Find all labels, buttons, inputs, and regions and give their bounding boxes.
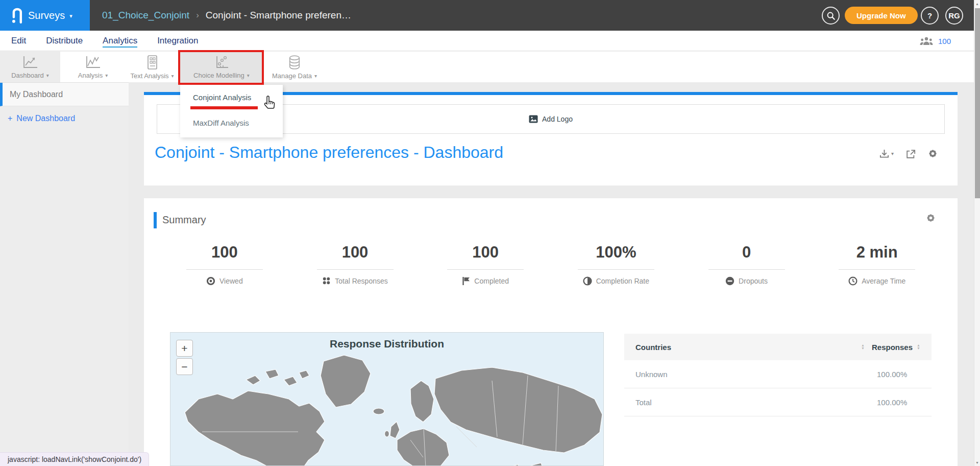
half-circle-icon (583, 276, 592, 286)
survey-nav: Edit Distribute Analytics Integration 10… (0, 31, 974, 51)
scrollbar-up-arrow[interactable]: ▲ (974, 0, 980, 7)
map-zoom-in-button[interactable]: + (176, 340, 193, 357)
stat-divider (839, 269, 915, 270)
summary-settings-button[interactable] (925, 213, 936, 223)
flag-icon (462, 276, 470, 286)
column-header-responses[interactable]: Responses (872, 343, 913, 352)
plus-icon: + (8, 114, 12, 123)
page: Surveys ▾ 01_Choice_Conjoint › Conjoint … (0, 0, 980, 466)
toolbar-item-label: Dashboard (11, 72, 44, 79)
share-icon (905, 149, 916, 159)
link-status-bar: javascript: loadNavLink('showConjoint.do… (0, 452, 149, 466)
stat-value: 0 (681, 243, 812, 262)
sidebar-item-my-dashboard[interactable]: My Dashboard (0, 83, 129, 106)
download-icon (879, 149, 890, 158)
dashboard-chart-icon (21, 55, 39, 69)
upgrade-now-button[interactable]: Upgrade Now (845, 7, 918, 24)
toolbar-item-label: Analysis (78, 72, 103, 79)
countries-table-header: Countries ▲▼ Responses ▲▼ (624, 334, 932, 360)
four-dots-icon (322, 276, 331, 285)
nav-item-distribute[interactable]: Distribute (46, 34, 83, 48)
toolbar-item-label: Text Analysis (130, 72, 168, 80)
page-title: Conjoint - Smartphone preferences - Dash… (155, 143, 503, 162)
image-icon (529, 115, 538, 123)
chevron-down-icon: ▾ (891, 151, 894, 156)
scrollbar-down-arrow[interactable]: ▼ (974, 459, 980, 466)
section-accent-bar (154, 212, 157, 228)
nav-item-edit[interactable]: Edit (11, 34, 26, 48)
minus-circle-icon (725, 276, 734, 286)
dashboard-sidebar: My Dashboard + New Dashboard (0, 82, 129, 466)
chevron-down-icon: ▾ (314, 73, 317, 79)
nav-item-integration[interactable]: Integration (157, 34, 198, 48)
sort-icon[interactable]: ▲▼ (917, 344, 920, 350)
stat-label: Average Time (862, 277, 905, 285)
product-name: Surveys (28, 10, 65, 21)
nav-item-analytics[interactable]: Analytics (103, 34, 137, 48)
stat-value: 100 (420, 243, 551, 262)
search-icon (826, 11, 836, 20)
new-dashboard-button[interactable]: + New Dashboard (8, 114, 129, 123)
stat-total-responses: 100 Total Responses (290, 243, 421, 286)
respondent-count-value: 100 (938, 37, 951, 45)
stat-completed: 100 Completed (420, 243, 551, 286)
dashboard-settings-button[interactable] (927, 148, 938, 159)
page-scrollbar: ▲ ▼ (974, 0, 980, 466)
download-button[interactable]: ▾ (879, 149, 894, 158)
country-name: Unknown (635, 370, 877, 379)
country-responses: 100.00% (877, 370, 920, 379)
stat-divider (317, 269, 394, 270)
map-zoom-out-button[interactable]: − (176, 358, 193, 375)
dashboard-actions: ▾ (879, 148, 938, 159)
chevron-down-icon: ▾ (172, 73, 174, 79)
chevron-down-icon: ▾ (247, 73, 250, 78)
search-button[interactable] (822, 7, 840, 25)
stat-divider (186, 269, 263, 270)
share-button[interactable] (905, 149, 916, 159)
toolbar-item-label: Manage Data (272, 72, 312, 80)
analysis-chart-icon (84, 55, 102, 69)
top-header-bar: Surveys ▾ 01_Choice_Conjoint › Conjoint … (0, 0, 974, 31)
summary-stats-row: 100 Viewed 100 (144, 243, 958, 286)
stat-label: Completed (474, 277, 509, 285)
table-row: Total 100.00% (624, 388, 932, 416)
questionpro-logo-icon (10, 6, 23, 25)
stat-value: 100 (290, 243, 421, 262)
chevron-down-icon: ▾ (69, 13, 72, 19)
breadcrumb: 01_Choice_Conjoint › Conjoint - Smartpho… (102, 0, 351, 31)
stat-value: 2 min (812, 243, 942, 262)
avatar[interactable]: RG (945, 7, 963, 25)
stat-completion-rate: 100% Completion Rate (551, 243, 681, 286)
avatar-initials: RG (948, 11, 960, 20)
toolbar-item-label: Choice Modelling (193, 72, 244, 79)
response-distribution-map[interactable]: Response Distribution + − (170, 332, 604, 466)
product-switcher[interactable]: Surveys ▾ (0, 0, 90, 31)
toolbar-item-analysis[interactable]: Analysis▾ (61, 52, 125, 83)
stat-divider (708, 269, 785, 270)
help-button[interactable]: ? (921, 7, 939, 25)
table-row: Unknown 100.00% (624, 360, 932, 388)
mouse-cursor-hand-icon (262, 95, 277, 111)
stat-label: Total Responses (335, 277, 388, 285)
toolbar-item-dashboard[interactable]: Dashboard▾ (0, 52, 60, 83)
world-map (170, 350, 604, 466)
toolbar-item-manage-data[interactable]: Manage Data▾ (264, 52, 325, 83)
stat-value: 100 (159, 243, 290, 262)
menu-item-maxdiff-analysis[interactable]: MaxDiff Analysis (180, 111, 283, 132)
status-link-text: javascript: loadNavLink('showConjoint.do… (8, 455, 141, 463)
toolbar-item-text-analysis[interactable]: Text Analysis▾ (126, 52, 179, 83)
sort-icon[interactable]: ▲▼ (861, 344, 865, 350)
text-analysis-icon (145, 55, 159, 70)
analytics-toolbar: Dashboard▾ Analysis▾ (0, 51, 974, 82)
respondent-count[interactable]: 100 (920, 31, 951, 51)
toolbar-item-choice-modelling[interactable]: Choice Modelling▾ (180, 52, 263, 83)
help-icon: ? (927, 11, 932, 20)
eye-icon (206, 276, 215, 286)
scrollbar-thumb[interactable] (975, 8, 980, 198)
breadcrumb-folder-link[interactable]: 01_Choice_Conjoint (102, 10, 189, 21)
chevron-down-icon: ▾ (46, 73, 49, 78)
stat-label: Completion Rate (596, 277, 649, 285)
clock-icon (848, 276, 857, 286)
summary-card: Summary 100 (144, 198, 958, 466)
column-header-countries[interactable]: Countries (635, 343, 857, 352)
